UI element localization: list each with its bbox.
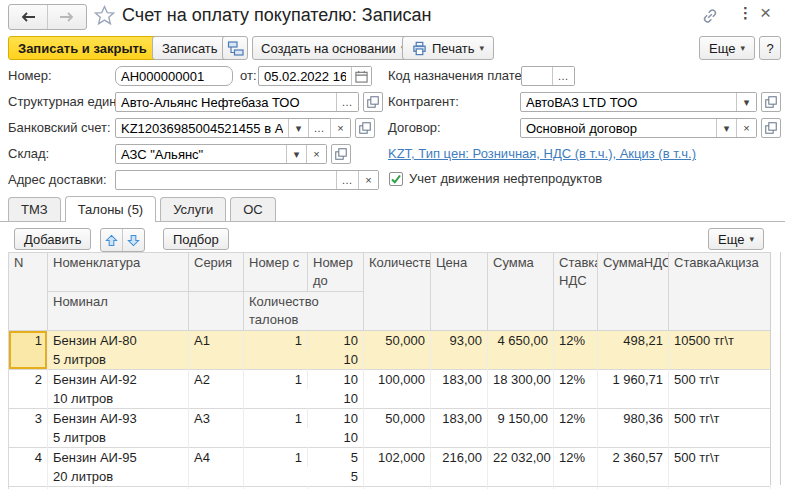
more-button-top[interactable]: Еще ▾ <box>699 36 755 60</box>
tab-coupons[interactable]: Талоны (5) <box>65 196 157 222</box>
cell-sum[interactable]: 22 032,00 <box>488 448 554 487</box>
cell-vat-rate[interactable]: 12% <box>554 409 598 448</box>
chevron-down-icon[interactable]: ▾ <box>716 119 736 137</box>
open-contract-button[interactable] <box>761 118 781 138</box>
cell-quantity[interactable]: 100,000 <box>364 370 431 409</box>
copy-link-icon[interactable] <box>701 7 719 28</box>
pick-button[interactable]: Подбор <box>163 228 229 250</box>
contract-input[interactable] <box>521 119 716 137</box>
oil-products-checkbox[interactable] <box>389 172 403 186</box>
cell-quantity[interactable]: 50,000 <box>364 331 431 370</box>
cell-vat-sum[interactable]: 980,36 <box>598 409 669 448</box>
cell-sum[interactable]: 18 300,00 <box>488 370 554 409</box>
select-ellipsis-icon[interactable]: … <box>336 93 358 111</box>
favorite-star-icon[interactable] <box>94 5 115 29</box>
table-row[interactable]: 3Бензин АИ-93А311050,000183,009 150,0012… <box>9 409 771 429</box>
number-input[interactable] <box>116 67 232 85</box>
clear-icon[interactable]: × <box>736 119 756 137</box>
chevron-down-icon[interactable]: ▾ <box>736 93 756 111</box>
cell-vat-rate[interactable]: 12% <box>554 370 598 409</box>
open-structural-unit-button[interactable] <box>363 92 383 112</box>
cell-sum[interactable]: 9 150,00 <box>488 409 554 448</box>
cell-number-to[interactable]: 5 <box>308 448 364 468</box>
close-icon[interactable]: × <box>760 2 771 24</box>
cell-quantity[interactable]: 50,000 <box>364 409 431 448</box>
tab-os[interactable]: ОС <box>230 197 276 221</box>
table-row[interactable]: 1Бензин АИ-80А111050,00093,004 650,0012%… <box>9 331 771 351</box>
structural-unit-input[interactable] <box>116 93 336 111</box>
chevron-down-icon[interactable]: ▾ <box>286 145 306 163</box>
select-ellipsis-icon[interactable]: … <box>552 67 574 85</box>
cell-vat-rate[interactable]: 12% <box>554 448 598 487</box>
cell-excise-rate[interactable]: 500 тг\т <box>669 409 771 448</box>
help-button[interactable]: ? <box>759 36 781 60</box>
cell-number-to[interactable]: 10 <box>308 409 364 429</box>
save-and-close-button[interactable]: Записать и закрыть <box>8 36 157 60</box>
clear-icon[interactable]: × <box>330 119 350 137</box>
cell-price[interactable]: 216,00 <box>431 448 488 487</box>
select-ellipsis-icon[interactable]: … <box>336 171 358 189</box>
cell-number-from[interactable]: 1 <box>244 370 308 390</box>
cell-series[interactable]: А3 <box>189 409 244 448</box>
cell-number-from[interactable]: 1 <box>244 409 308 429</box>
payment-code-input[interactable] <box>522 67 552 85</box>
table-row[interactable]: 2Бензин АИ-92А2110100,000183,0018 300,00… <box>9 370 771 390</box>
cell-nomenclature[interactable]: Бензин АИ-80 <box>48 331 189 351</box>
open-bank-account-button[interactable] <box>355 118 375 138</box>
table-row[interactable]: 4Бензин АИ-95А415102,000216,0022 032,001… <box>9 448 771 468</box>
cell-nominal[interactable]: 20 литров <box>48 467 189 487</box>
move-up-button[interactable] <box>101 229 122 251</box>
cell-price[interactable]: 183,00 <box>431 370 488 409</box>
chevron-down-icon[interactable]: ▾ <box>288 119 308 137</box>
cell-coupons-count[interactable]: 10 <box>244 389 364 409</box>
delivery-address-input[interactable] <box>116 171 336 189</box>
clear-icon[interactable]: × <box>358 171 378 189</box>
add-row-button[interactable]: Добавить <box>14 228 91 250</box>
table-scrollbar[interactable] <box>770 252 781 485</box>
cell-row-number[interactable]: 1 <box>9 331 48 370</box>
calendar-icon[interactable] <box>351 67 371 85</box>
cell-price[interactable]: 93,00 <box>431 331 488 370</box>
cell-row-number[interactable]: 3 <box>9 409 48 448</box>
move-down-button[interactable] <box>122 229 144 251</box>
more-dots-icon[interactable]: ⋮ <box>738 4 753 22</box>
based-on-structure-button[interactable] <box>222 36 248 60</box>
counterparty-input[interactable] <box>521 93 736 111</box>
price-type-link[interactable]: KZT, Тип цен: Розничная, НДС (в т.ч.), А… <box>388 146 696 161</box>
cell-row-number[interactable]: 2 <box>9 370 48 409</box>
cell-series[interactable]: А4 <box>189 448 244 487</box>
create-based-on-button[interactable]: Создать на основании ▾ <box>252 36 414 60</box>
tab-tmz[interactable]: ТМЗ <box>8 197 61 221</box>
cell-price[interactable]: 183,00 <box>431 409 488 448</box>
cell-excise-rate[interactable]: 500 тг\т <box>669 448 771 487</box>
cell-nomenclature[interactable]: Бензин АИ-93 <box>48 409 189 429</box>
cell-coupons-count[interactable]: 10 <box>244 428 364 448</box>
cell-series[interactable]: А1 <box>189 331 244 370</box>
cell-quantity[interactable]: 102,000 <box>364 448 431 487</box>
cell-vat-sum[interactable]: 2 360,57 <box>598 448 669 487</box>
select-ellipsis-icon[interactable]: … <box>308 119 330 137</box>
warehouse-input[interactable] <box>116 145 286 163</box>
date-input[interactable] <box>259 67 351 85</box>
cell-nomenclature[interactable]: Бензин АИ-95 <box>48 448 189 468</box>
cell-number-from[interactable]: 1 <box>244 448 308 468</box>
open-counterparty-button[interactable] <box>761 92 781 112</box>
cell-number-to[interactable]: 10 <box>308 331 364 351</box>
open-warehouse-button[interactable] <box>331 144 351 164</box>
cell-row-number[interactable]: 4 <box>9 448 48 487</box>
cell-vat-sum[interactable]: 498,21 <box>598 331 669 370</box>
more-button-table[interactable]: Еще ▾ <box>708 228 764 250</box>
cell-nominal[interactable]: 5 литров <box>48 350 189 370</box>
bank-account-input[interactable] <box>116 119 288 137</box>
cell-series[interactable]: А2 <box>189 370 244 409</box>
cell-vat-sum[interactable]: 1 960,71 <box>598 370 669 409</box>
cell-nomenclature[interactable]: Бензин АИ-92 <box>48 370 189 390</box>
clear-icon[interactable]: × <box>306 145 326 163</box>
cell-nominal[interactable]: 5 литров <box>48 428 189 448</box>
cell-number-from[interactable]: 1 <box>244 331 308 351</box>
cell-coupons-count[interactable]: 5 <box>244 467 364 487</box>
tab-services[interactable]: Услуги <box>160 197 226 221</box>
print-button[interactable]: Печать ▾ <box>402 36 494 60</box>
cell-number-to[interactable]: 10 <box>308 370 364 390</box>
cell-excise-rate[interactable]: 500 тг\т <box>669 370 771 409</box>
